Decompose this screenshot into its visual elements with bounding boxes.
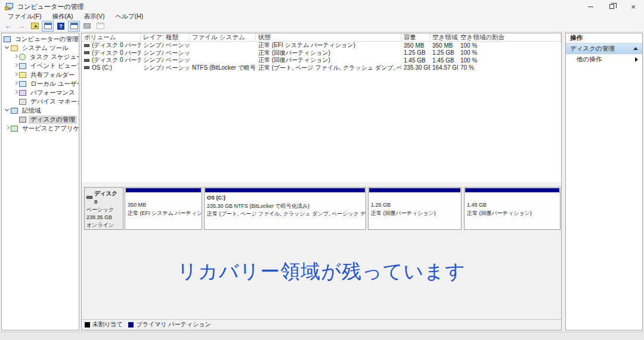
tree-item-local-users-groups[interactable]: ローカル ユーザーとグループ (2, 79, 79, 88)
column-header-free-space[interactable]: 空き領域 (430, 33, 458, 41)
console-tree: コンピューターの管理 (ローカル) システム ツール タスク スケジューラ イベ… (1, 33, 79, 330)
action-group-disk-management[interactable]: ディスクの管理 (566, 43, 642, 54)
chevron-down-icon[interactable] (4, 45, 11, 51)
table-row[interactable]: (ディスク 0 パーティション 1) シンプル ベーシック 正常 (EFI シス… (82, 42, 561, 49)
table-row[interactable]: (ディスク 0 パーティション 5) シンプル ベーシック 正常 (回復パーティ… (82, 57, 561, 64)
device-manager-icon (19, 99, 26, 105)
help-button[interactable]: ? (55, 21, 67, 32)
table-row[interactable]: (ディスク 0 パーティション 4) シンプル ベーシック 正常 (回復パーティ… (82, 49, 561, 57)
column-header-volume[interactable]: ボリューム (82, 33, 141, 41)
column-header-filesystem[interactable]: ファイル システム (190, 33, 256, 41)
computer-icon (4, 36, 11, 42)
local-users-groups-icon (19, 81, 26, 87)
disk0-type: ベーシック (86, 206, 122, 214)
properties-icon (83, 23, 91, 29)
disk-management-pane: ボリューム レイアウト 種類 ファイル システム 状態 容量 空き領域 空き領域… (81, 33, 562, 330)
properties-button[interactable] (81, 21, 93, 32)
column-header-status[interactable]: 状態 (256, 33, 401, 41)
partition-color-bar (126, 188, 201, 192)
chevron-right-icon[interactable] (13, 89, 19, 96)
disk0-size: 238.35 GB (86, 214, 122, 222)
partition-efi[interactable]: 350 MB 正常 (EFI システム パーティション) (125, 187, 202, 230)
partition-color-bar (205, 188, 365, 192)
window-button[interactable] (94, 21, 106, 32)
show-action-pane-icon (70, 23, 78, 29)
back-button[interactable]: ← (2, 21, 14, 32)
chevron-right-icon[interactable] (13, 71, 19, 78)
minimize-button[interactable] (580, 0, 601, 13)
up-one-level-icon (31, 23, 39, 29)
bottom-strip (0, 332, 644, 340)
partition-os-c[interactable]: OS (C:) 235.30 GB NTFS (BitLocker で暗号化済み… (204, 187, 366, 230)
minimize-icon (588, 7, 593, 7)
forward-button[interactable]: → (16, 21, 27, 32)
title-bar: コンピューターの管理 × (0, 0, 644, 13)
forward-icon: → (18, 22, 26, 30)
tree-item-storage[interactable]: 記憶域 (2, 106, 79, 115)
volume-list: ボリューム レイアウト 種類 ファイル システム 状態 容量 空き領域 空き領域… (82, 33, 561, 182)
shared-folders-icon (19, 72, 26, 78)
chevron-right-icon[interactable] (4, 125, 11, 132)
disk0-status: オンライン (86, 222, 122, 229)
partition-recovery-1[interactable]: 1.25 GB 正常 (回復パーティション) (368, 187, 462, 230)
column-header-type[interactable]: 種類 (163, 33, 190, 41)
tree-item-device-manager[interactable]: デバイス マネージャー (2, 97, 79, 106)
tree-item-system-tools[interactable]: システム ツール (2, 43, 79, 52)
graphical-view: ディスク 0 ベーシック 238.35 GB オンライン 350 MB 正常 (… (82, 182, 561, 330)
menu-bar: ファイル(F) 操作(A) 表示(V) ヘルプ(H) (0, 13, 644, 20)
show-console-tree-icon (44, 23, 52, 29)
volume-icon (84, 44, 89, 47)
tree-item-task-scheduler[interactable]: タスク スケジューラ (2, 52, 79, 61)
collapse-icon[interactable] (633, 47, 638, 50)
partition-color-bar (369, 188, 460, 192)
menu-action[interactable]: 操作(A) (47, 13, 78, 21)
volume-icon (84, 59, 89, 62)
tree-item-disk-management[interactable]: ディスクの管理 (2, 115, 79, 124)
window-title: コンピューターの管理 (17, 2, 84, 11)
tree-item-services-applications[interactable]: サービスとアプリケーション (2, 124, 79, 133)
annotation-text: リカバリー領域が残っています (82, 258, 561, 285)
back-icon: ← (5, 22, 13, 30)
legend: 未割り当て プライマリ パーティション (82, 319, 561, 329)
up-one-level-button[interactable] (29, 21, 41, 32)
partition-recovery-2[interactable]: 1.45 GB 正常 (回復パーティション) (464, 187, 561, 230)
volume-icon (84, 66, 89, 69)
window-icon (97, 23, 104, 29)
table-row[interactable]: OS (C:) シンプル ベーシック NTFS (BitLocker で暗号化済… (82, 64, 561, 72)
close-button[interactable]: × (623, 0, 644, 13)
client-area: コンピューターの管理 (ローカル) システム ツール タスク スケジューラ イベ… (0, 33, 644, 332)
tree-item-computer-management[interactable]: コンピューターの管理 (ローカル) (2, 35, 79, 43)
more-actions-item[interactable]: 他の操作 (566, 54, 642, 65)
restore-button[interactable] (601, 0, 623, 13)
column-header-free-percent[interactable]: 空き領域の割合 (458, 33, 561, 41)
event-viewer-icon (19, 63, 26, 69)
show-action-pane-button[interactable] (68, 21, 80, 32)
show-console-tree-button[interactable] (42, 21, 54, 32)
column-header-capacity[interactable]: 容量 (401, 33, 430, 41)
chevron-right-icon[interactable] (13, 54, 19, 60)
column-header-layout[interactable]: レイアウト (141, 33, 163, 41)
tree-item-performance[interactable]: パフォーマンス (2, 88, 79, 97)
action-pane: 操作 ディスクの管理 他の操作 (565, 33, 643, 330)
partition-color-bar (465, 188, 559, 192)
menu-help[interactable]: ヘルプ(H) (110, 13, 148, 21)
volume-icon (84, 51, 89, 54)
submenu-arrow-icon (635, 57, 638, 62)
tree-item-shared-folders[interactable]: 共有フォルダー (2, 70, 79, 79)
chevron-right-icon[interactable] (13, 80, 19, 87)
tree-item-event-viewer[interactable]: イベント ビューアー (2, 61, 79, 70)
storage-icon (11, 108, 18, 114)
system-tools-icon (11, 45, 18, 51)
menu-file[interactable]: ファイル(F) (2, 13, 47, 21)
volume-list-header: ボリューム レイアウト 種類 ファイル システム 状態 容量 空き領域 空き領域… (82, 33, 561, 42)
disk0-info-box[interactable]: ディスク 0 ベーシック 238.35 GB オンライン (84, 187, 123, 230)
unallocated-swatch-icon (85, 322, 90, 327)
help-icon: ? (57, 23, 64, 30)
chevron-right-icon[interactable] (13, 63, 19, 69)
performance-icon (19, 90, 26, 96)
disk-icon (86, 196, 92, 199)
task-scheduler-icon (19, 54, 26, 60)
action-pane-title: 操作 (566, 33, 642, 43)
chevron-down-icon[interactable] (4, 107, 11, 114)
menu-view[interactable]: 表示(V) (78, 13, 110, 21)
